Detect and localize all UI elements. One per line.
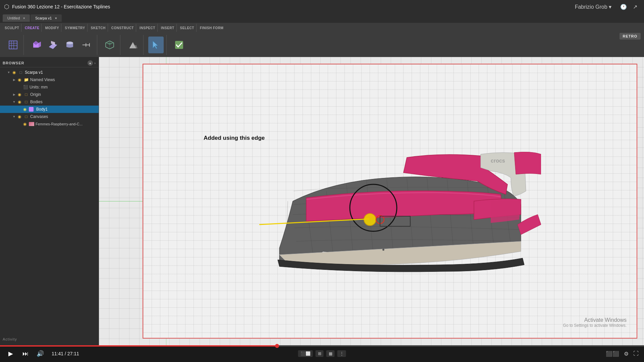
menu-create[interactable]: CREATE bbox=[23, 24, 42, 32]
menu-insert[interactable]: INSERT bbox=[159, 24, 177, 32]
folder-icon-root: □ bbox=[18, 70, 23, 75]
cylinder-tool-btn[interactable] bbox=[62, 37, 77, 53]
more-icon[interactable]: ⋮ bbox=[337, 350, 346, 357]
finish-form-btn[interactable] bbox=[171, 37, 187, 53]
tree-label-origin: Origin bbox=[30, 92, 41, 97]
line-tool-btn[interactable] bbox=[79, 37, 94, 53]
tree-item-named-views[interactable]: ▶ ◉ 📁 Named Views bbox=[0, 76, 99, 83]
units-spacer bbox=[17, 84, 21, 90]
tree-label-units: Units: mm bbox=[30, 85, 48, 89]
tree-label-named-views: Named Views bbox=[30, 77, 55, 82]
main-area: BROWSER ● › ▼ ◉ □ Scarpa v1 ▶ ◉ 📁 Named … bbox=[0, 57, 644, 345]
checkmark-icon bbox=[174, 40, 184, 50]
visibility-icon-origin: ◉ bbox=[17, 92, 22, 97]
shoe-display: crocs bbox=[143, 64, 637, 338]
toolbar-group-sculpt bbox=[3, 35, 24, 55]
construct-btn[interactable] bbox=[102, 37, 117, 53]
menu-construct[interactable]: CONSTRUCT bbox=[109, 24, 136, 32]
line-icon bbox=[82, 40, 91, 50]
tab-scarpa[interactable]: Scarpa v1 × bbox=[31, 14, 62, 22]
box-icon bbox=[32, 40, 41, 50]
expand-arrow-canvas-img bbox=[17, 122, 21, 126]
tree-item-units: ⬛ Units: mm bbox=[0, 83, 99, 91]
fullscreen-icon[interactable]: ⛶ bbox=[633, 351, 639, 357]
toolbar-group-select bbox=[146, 35, 167, 55]
user-name[interactable]: Fabrizio Grob ▾ bbox=[575, 4, 611, 10]
time-display: 11:41 / 27:11 bbox=[52, 351, 79, 356]
menu-row: SCULPT CREATE MODIFY SYMMETRY SKETCH CON… bbox=[0, 23, 644, 33]
cylinder-icon bbox=[65, 40, 74, 50]
tree-item-root[interactable]: ▼ ◉ □ Scarpa v1 bbox=[0, 69, 99, 76]
menu-finish-form[interactable]: FINISH FORM bbox=[198, 24, 226, 32]
canvas-area[interactable]: crocs bbox=[99, 57, 644, 345]
folder-icon-named-views: 📁 bbox=[23, 77, 29, 82]
activity-text: Activity bbox=[3, 337, 17, 341]
expand-arrow-canvases: ▼ bbox=[12, 115, 16, 119]
shoe-svg: crocs bbox=[239, 101, 541, 302]
svg-marker-19 bbox=[131, 42, 138, 48]
expand-arrow-body1 bbox=[17, 107, 21, 111]
settings-icon-cc[interactable]: ⬛⬜ bbox=[298, 350, 313, 357]
menu-symmetry[interactable]: SYMMETRY bbox=[63, 24, 87, 32]
bottom-bar: ▶ ⏭ 🔊 11:41 / 27:11 ⬛⬜ ⊞ ▦ ⋮ ⬛⬛ ⚙ ⛶ bbox=[0, 345, 644, 362]
tree-item-canvases[interactable]: ▼ ◉ □ Canvases bbox=[0, 113, 99, 120]
select-btn[interactable] bbox=[148, 37, 164, 53]
top-right-controls: Fabrizio Grob ▾ 🕐 ↗ bbox=[575, 4, 637, 10]
svg-point-10 bbox=[66, 42, 73, 44]
toolbar-group-inspect bbox=[122, 35, 144, 55]
sculpt-tool-btn[interactable] bbox=[5, 37, 21, 53]
menu-sketch[interactable]: SKETCH bbox=[89, 24, 108, 32]
volume-button[interactable]: 🔊 bbox=[35, 348, 46, 359]
clock-icon[interactable]: 🕐 bbox=[620, 4, 627, 10]
activity-label: Activity bbox=[3, 336, 17, 342]
tree-item-canvas-img[interactable]: ◉ Femmes-Raspberry-and-C... bbox=[0, 120, 99, 128]
tab-untitled[interactable]: Untitled × bbox=[3, 14, 30, 22]
browser-arrow-btn[interactable]: › bbox=[94, 61, 96, 65]
menu-select[interactable]: SELECT bbox=[178, 24, 197, 32]
sculpt-grid-icon bbox=[8, 40, 18, 50]
tree-label-body1: Body1 bbox=[36, 107, 48, 112]
planes-icon bbox=[105, 40, 114, 50]
menu-inspect[interactable]: INSPECT bbox=[138, 24, 158, 32]
tree-item-body1[interactable]: ◉ Body1 bbox=[0, 106, 99, 113]
play-button[interactable]: ▶ bbox=[5, 348, 16, 359]
box-tool-btn[interactable] bbox=[29, 37, 44, 53]
settings-icon[interactable]: ⚙ bbox=[624, 351, 629, 357]
cursor-icon bbox=[151, 40, 161, 50]
menu-sculpt: SCULPT bbox=[3, 24, 21, 32]
visibility-icon-body1: ◉ bbox=[22, 107, 28, 112]
visibility-icon-canvas-img: ◉ bbox=[22, 121, 28, 127]
skip-forward-button[interactable]: ⏭ bbox=[20, 348, 31, 359]
share-icon[interactable]: ↗ bbox=[633, 4, 637, 10]
plane-tool-btn[interactable] bbox=[45, 37, 61, 53]
grid-view-icon[interactable]: ⊞ bbox=[316, 350, 324, 357]
mountain-icon bbox=[128, 40, 138, 50]
inspect-btn[interactable] bbox=[125, 37, 141, 53]
folder-icon-canvases: □ bbox=[23, 114, 29, 119]
app-icon: ⬡ bbox=[4, 3, 9, 10]
body-icon-body1 bbox=[29, 107, 34, 112]
subtitles-icon[interactable]: ⬛⬛ bbox=[606, 351, 619, 357]
layout-icon[interactable]: ▦ bbox=[326, 350, 335, 357]
bottom-center-icons: ⬛⬜ ⊞ ▦ ⋮ bbox=[298, 350, 346, 357]
tree-item-origin[interactable]: ▶ ◉ □ Origin bbox=[0, 91, 99, 98]
retro-button[interactable]: RETRO bbox=[620, 33, 641, 40]
visibility-icon-canvases: ◉ bbox=[17, 114, 22, 119]
browser-collapse-btn[interactable]: ● bbox=[88, 60, 93, 66]
progress-bar-container[interactable] bbox=[0, 345, 644, 347]
progress-fill bbox=[0, 345, 277, 347]
expand-arrow-bodies: ▼ bbox=[12, 100, 16, 104]
tree-item-bodies[interactable]: ▼ ◉ □ Bodies bbox=[0, 98, 99, 106]
toolbar-group-finish bbox=[169, 35, 190, 55]
plane-icon bbox=[48, 40, 58, 50]
sidebar: BROWSER ● › ▼ ◉ □ Scarpa v1 ▶ ◉ 📁 Named … bbox=[0, 57, 99, 345]
browser-header: BROWSER ● › bbox=[0, 59, 99, 67]
menu-modify[interactable]: MODIFY bbox=[43, 24, 61, 32]
toolbar-group-construct bbox=[99, 35, 120, 55]
folder-icon-origin: □ bbox=[23, 92, 29, 97]
toolbar: Untitled × Scarpa v1 × SCULPT CREATE MOD… bbox=[0, 13, 644, 57]
units-icon: ⬛ bbox=[23, 84, 28, 90]
toolbar-group-create bbox=[26, 35, 97, 55]
svg-marker-8 bbox=[49, 44, 57, 49]
folder-icon-bodies: □ bbox=[23, 99, 29, 105]
